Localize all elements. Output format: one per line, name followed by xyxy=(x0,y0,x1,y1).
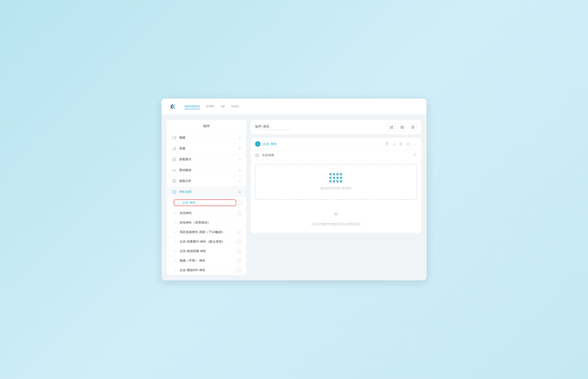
section-number: 1 xyxy=(255,141,260,147)
svg-point-1 xyxy=(173,149,174,150)
star-icon-7: ☆ xyxy=(174,268,178,272)
video-icon xyxy=(172,136,176,140)
nav-tabs: operations drafts vip news xyxy=(184,104,239,109)
tab-news[interactable]: news xyxy=(231,104,239,109)
info-icon-0[interactable]: i xyxy=(238,201,242,205)
expand-section-stretch[interactable]: 伸长动画 ∧ xyxy=(167,187,246,197)
right-panel: 知乎-演示 xyxy=(251,120,421,275)
tab-drafts[interactable]: drafts xyxy=(206,104,215,109)
sub-item-click-gif-stretch[interactable]: ☆ 点击-播放GIF-伸长 i xyxy=(167,266,246,275)
multi-image-label: 多图展示 xyxy=(179,158,239,161)
component-audio[interactable]: 音频 ∨ xyxy=(167,143,246,154)
play-icon[interactable] xyxy=(399,142,403,146)
info-icon-4[interactable]: i xyxy=(237,240,241,244)
app-window: operations drafts vip news 组件 视频 ∨ xyxy=(162,99,426,280)
panel-title: 组件 xyxy=(167,120,246,132)
info-icon-6[interactable]: i xyxy=(237,259,241,263)
drop-zone-grid xyxy=(329,173,343,183)
tab-vip[interactable]: vip xyxy=(221,104,225,109)
svg-marker-13 xyxy=(400,143,402,145)
section-actions: ··· xyxy=(385,142,417,146)
svg-rect-7 xyxy=(175,180,176,183)
sub-section-title: 点击动画 xyxy=(262,153,413,157)
sub-item-click-stretch[interactable]: ☆ 点击-伸长 i xyxy=(167,197,246,208)
add-more-area[interactable]: + 点击左侧组件或拖动至此以继续添加 xyxy=(251,203,421,233)
left-panel: 组件 视频 ∨ xyxy=(167,120,246,275)
click-switch-stretch-label: 点击-切换图片-伸长（默认渐现） xyxy=(180,240,237,244)
component-split[interactable]: 画面分栏 ∨ xyxy=(167,176,246,187)
project-title[interactable]: 知乎-演示 xyxy=(255,125,291,130)
svg-rect-5 xyxy=(173,169,175,171)
svg-marker-9 xyxy=(386,143,389,145)
info-icon-3[interactable]: i xyxy=(237,230,241,234)
equal-stretch-label: 等距连续伸长-四组（下1/4触发） xyxy=(180,230,237,234)
video-arrow: ∨ xyxy=(239,136,241,140)
save-button[interactable] xyxy=(398,123,406,131)
star-icon-2: ☆ xyxy=(174,221,178,225)
sub-item-equal-stretch[interactable]: ☆ 等距连续伸长-四组（下1/4触发） i xyxy=(167,228,246,237)
split-arrow: ∨ xyxy=(239,179,241,183)
sub-item-click-switch-stretch[interactable]: ☆ 点击-切换图片-伸长（默认渐现） i xyxy=(167,237,246,247)
auto-stretch-bg-label: 自动伸长（背景移动） xyxy=(180,221,241,225)
click-gif-stretch-label: 点击-播放GIF-伸长 xyxy=(180,268,237,272)
plus-icon: + xyxy=(333,210,338,219)
add-more-text: 点击左侧组件或拖动至此以继续添加 xyxy=(311,222,361,226)
filter-icon[interactable] xyxy=(385,142,389,146)
star-icon-0: ☆ xyxy=(176,201,180,205)
split-icon xyxy=(172,179,176,183)
sub-section-image-icon xyxy=(255,153,260,158)
sub-item-drag-stretch[interactable]: ☆ 拖拽（手势）-伸长 i xyxy=(167,256,246,266)
click-collapse-stretch-label: 点击-收缩切换-伸长 xyxy=(180,249,237,253)
main-content: 组件 视频 ∨ xyxy=(162,115,426,280)
audio-arrow: ∨ xyxy=(239,147,241,150)
sub-section-header: 点击动画 xyxy=(251,150,421,160)
more-icon[interactable]: ··· xyxy=(413,142,417,146)
title-bar: 知乎-演示 xyxy=(251,120,421,134)
split-label: 画面分栏 xyxy=(179,179,239,183)
svg-rect-0 xyxy=(173,136,175,139)
info-icon-7[interactable]: i xyxy=(237,268,241,272)
expand-section-body: ☆ 点击-伸长 i ☆ 自动伸长 i ☆ 自动伸长（背景移动） xyxy=(167,197,246,275)
component-video[interactable]: 视频 ∨ xyxy=(167,132,246,143)
stretch-icon xyxy=(172,190,176,194)
sub-item-click-collapse-stretch[interactable]: ☆ 点击-收缩切换-伸长 i xyxy=(167,247,246,256)
star-icon-5: ☆ xyxy=(174,249,178,253)
title-bar-actions xyxy=(388,123,417,131)
scroll-label: 滑动模块 xyxy=(179,168,239,172)
star-icon-6: ☆ xyxy=(174,259,178,263)
sub-item-auto-stretch-bg[interactable]: ☆ 自动伸长（背景移动） xyxy=(167,218,246,228)
info-icon-5[interactable]: i xyxy=(237,249,241,253)
section-title: 点击-伸长 xyxy=(263,142,385,146)
drag-stretch-label: 拖拽（手势）-伸长 xyxy=(180,259,237,263)
tab-operations[interactable]: operations xyxy=(184,104,200,109)
drop-zone[interactable]: 拖动组件到该位置添加 xyxy=(255,164,417,200)
click-stretch-box: ☆ 点击-伸长 xyxy=(174,199,236,206)
info-icon-1[interactable]: i xyxy=(237,211,241,215)
svg-point-2 xyxy=(175,149,176,150)
auto-stretch-label: 自动伸长 xyxy=(180,211,237,215)
chart-icon[interactable] xyxy=(392,142,396,146)
stretch-arrow: ∧ xyxy=(239,190,241,194)
edit-button[interactable] xyxy=(388,123,396,131)
header: operations drafts vip news xyxy=(162,99,426,115)
component-multi-image[interactable]: 多图展示 ∨ xyxy=(167,154,246,165)
section-header: 1 点击-伸长 xyxy=(251,138,421,150)
audio-icon xyxy=(172,146,176,151)
multi-image-arrow: ∨ xyxy=(239,158,241,161)
svg-rect-6 xyxy=(173,180,174,183)
scroll-arrow: ∨ xyxy=(239,169,241,172)
upload-icon[interactable] xyxy=(413,153,417,158)
multi-image-icon xyxy=(172,157,176,162)
title-input-area: 知乎-演示 xyxy=(255,125,388,130)
click-stretch-label: 点击-伸长 xyxy=(182,201,234,205)
delete-project-button[interactable] xyxy=(409,123,417,131)
scroll-icon xyxy=(172,168,176,173)
svg-point-15 xyxy=(256,154,257,155)
component-scroll[interactable]: 滑动模块 ∨ xyxy=(167,165,246,176)
star-icon-4: ☆ xyxy=(174,240,178,244)
drop-zone-text: 拖动组件到该位置添加 xyxy=(321,186,352,190)
sub-item-auto-stretch[interactable]: ☆ 自动伸长 i xyxy=(167,208,246,218)
video-label: 视频 xyxy=(179,136,239,140)
delete-section-icon[interactable] xyxy=(406,142,410,146)
svg-point-4 xyxy=(173,158,174,159)
